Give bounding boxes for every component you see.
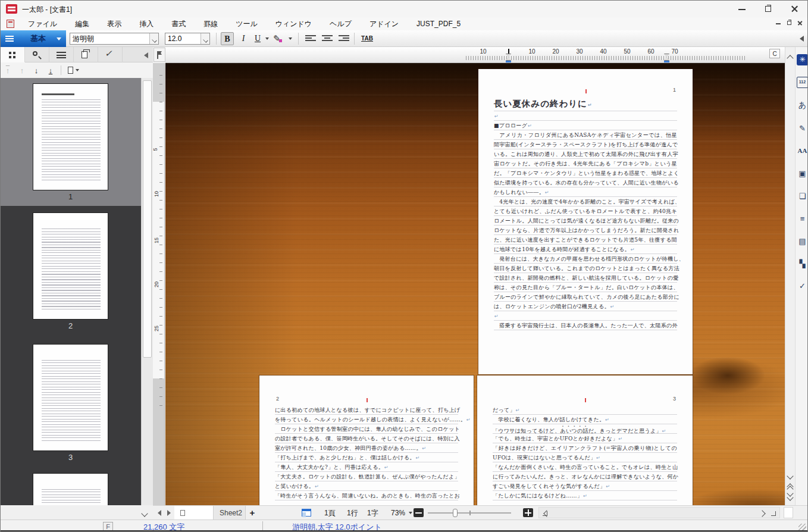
align-center-button[interactable] <box>322 35 333 42</box>
menu-item-2[interactable]: 編集 <box>66 17 98 30</box>
page-options-icon[interactable] <box>68 67 73 74</box>
text-line[interactable]: 学校に着くなり、隼人が話しかけてきた。↵ <box>493 415 677 424</box>
font-size-select[interactable]: 12.0 <box>165 33 210 45</box>
move-down-button[interactable]: ↓ <box>29 66 43 75</box>
text-line[interactable]: 室が許可された、10歳の少女、神田円香の姿がある……。↵ <box>275 443 458 453</box>
sheet-prev-icon[interactable] <box>158 510 161 516</box>
menu-item-6[interactable]: 罫線 <box>195 17 227 30</box>
thumbnail-scrollbar[interactable] <box>141 78 153 505</box>
text-line[interactable]: 発射台には、大きなカメの甲羅を思わせる楕円形状のロケットが待機し、 <box>494 254 677 264</box>
text-line[interactable]: だ。「プロキシマ・ケンタウリ」という恒星をまわる惑星で、地球とよく <box>494 168 677 178</box>
close-button[interactable] <box>781 1 807 17</box>
text-line[interactable]: に出る初めての地球人となる彼は、すでにコクピットに座って、打ち上げ <box>275 405 458 415</box>
doc-restore-button[interactable] <box>784 18 794 27</box>
text-line[interactable]: の設計者でもある、僕、笹岡時生がいる。そしてそのそばには、特別に入 <box>275 434 458 443</box>
menu-item-10[interactable]: アドイン <box>361 17 408 30</box>
zoom-in-button[interactable] <box>523 508 533 517</box>
copy-pages-icon[interactable]: ❏ <box>797 190 808 202</box>
panel-collapse-button[interactable] <box>144 52 148 58</box>
text-line[interactable]: ロメートル。人間にとっては気が遠くなるほど途方もない距離だ。従来の <box>494 216 677 226</box>
menu-item-5[interactable]: 書式 <box>162 17 195 30</box>
mode-selector[interactable]: 基本 <box>1 30 66 47</box>
zoom-slider-knob[interactable] <box>453 509 458 517</box>
restore-button[interactable] <box>755 1 781 17</box>
text-line[interactable]: アメリカ・フロリダ州にあるNASAケネディ宇宙センターでは、恒星 <box>494 130 677 140</box>
page-thumbnail-3[interactable] <box>33 345 108 450</box>
menu-item-7[interactable]: ツール <box>227 17 267 30</box>
font-dropdown-icon[interactable] <box>149 33 158 44</box>
panel-tab-pages[interactable] <box>74 47 98 62</box>
text-line[interactable]: た、光に近い速度を出すことができるロケットでも片道5年、往復する間 <box>494 235 677 245</box>
font-size-icon[interactable]: AA <box>797 145 808 157</box>
text-line[interactable]: ↵ <box>494 111 677 121</box>
text-line[interactable]: とても近いけれど、ふだん使っているキロメートルで表すと、約40兆キ <box>494 206 677 216</box>
text-line[interactable]: に行ってみたいんだ。きっと、オレなんかには理解できないような、何か <box>493 472 677 481</box>
menu-item-4[interactable]: 挿入 <box>130 17 162 30</box>
thumbnail-scrollbar-thumb[interactable] <box>143 80 152 358</box>
tab-settings-button[interactable]: TAB <box>359 32 375 45</box>
underline-button[interactable]: U <box>252 32 264 45</box>
scroll-up-icon[interactable] <box>785 52 795 61</box>
text-line[interactable]: で設計され、新開発の燃料と、新しい航法を採用している。ロケットの愛 <box>494 273 677 283</box>
text-line[interactable]: に地球では10年を越える時間が経過することになる。↵ <box>494 245 677 254</box>
doc-close-button[interactable] <box>795 18 805 27</box>
document-hscrollbar[interactable] <box>538 507 780 518</box>
text-line[interactable]: UFOは、現実にはないと思ってるんだ」↵ <box>493 453 677 462</box>
text-line[interactable]: を待っている。ヘルメットのシールド越しの表情は、よく見えないが……。↵ <box>275 415 458 424</box>
bold-button[interactable]: B <box>221 32 234 45</box>
panel-tab-proof[interactable]: ✓ <box>98 47 123 62</box>
zoom-dropdown-icon[interactable] <box>409 512 412 514</box>
menu-item-9[interactable]: ヘルプ <box>321 17 361 30</box>
text-line[interactable]: 「ウワサは知ってるけど、あいつの話だ。きっとデマだと思うよ」↵ <box>493 424 677 434</box>
move-first-button[interactable]: ↑ <box>1 66 15 75</box>
page-thumbnail-1[interactable] <box>33 84 108 190</box>
panel-tab-outline[interactable] <box>49 47 74 62</box>
date-stamp-icon[interactable]: 112 <box>797 77 808 88</box>
toolbar-collapse-icon[interactable] <box>800 36 804 42</box>
text-line[interactable]: かもしれない――。↵ <box>494 187 677 197</box>
document-page-3[interactable]: 3だって」↵ 学校に着くなり、隼人が話しかけてきた。↵「ウワサは知ってるけど、あ… <box>477 375 693 505</box>
text-line[interactable]: ブルーのラインで鮮やかに縁取られていて、カメの後ろ足にあたる部分に <box>494 292 677 302</box>
text-line[interactable]: ロケットと交信する管制室の中には、隼人の幼なじみで、このロケット <box>275 424 458 434</box>
text-line[interactable]: ↵ <box>494 311 677 321</box>
menu-item-1[interactable]: ファイル <box>19 17 66 30</box>
move-last-button[interactable]: ↓ <box>43 66 58 75</box>
document-page-1[interactable]: 1長い夏休みの終わりに↵↵■プロローグ↵ アメリカ・フロリダ州にあるNASAケネ… <box>478 69 693 374</box>
minimize-button[interactable] <box>729 1 755 17</box>
next-page-icon[interactable] <box>785 492 795 502</box>
zoom-slider[interactable] <box>428 512 511 514</box>
scroll-left-icon[interactable] <box>540 509 550 518</box>
kana-input-icon[interactable]: あ <box>797 99 808 111</box>
text-line[interactable]: ロケットなら、片道で万年以上はかかってしまうだろう。新たに開発され <box>494 226 677 235</box>
page-options-caret-icon[interactable] <box>76 69 79 71</box>
document-workspace[interactable]: 1長い夏休みの終わりに↵↵■プロローグ↵ アメリカ・フロリダ州にあるNASAケネ… <box>165 63 785 505</box>
outline-icon[interactable]: ≡ <box>797 213 808 224</box>
sheet-next-icon[interactable] <box>167 510 171 516</box>
photo-icon[interactable]: ▣ <box>797 168 808 179</box>
text-line[interactable]: と笑いかける。↵ <box>275 481 458 491</box>
italic-button[interactable]: I <box>237 32 249 45</box>
right-margin-marker[interactable] <box>664 54 669 61</box>
text-line[interactable]: だって」↵ <box>493 405 677 415</box>
pattern-icon[interactable]: ▚ <box>797 258 808 270</box>
text-line[interactable]: 似た環境を持っている。水の存在も分かっていて、人間に近い生物がいる <box>494 178 677 187</box>
text-line[interactable]: 「好きは好きだけど、エイリアンクラフト(=宇宙人の乗り物)としての <box>493 443 677 453</box>
size-dropdown-icon[interactable] <box>201 33 209 44</box>
panel-tab-search[interactable] <box>25 47 49 62</box>
text-line[interactable]: 「隼人、大丈夫かな?」と、円香は応える。↵ <box>275 462 458 472</box>
menu-item-11[interactable]: JUST_PDF_5 <box>408 17 469 30</box>
move-up-button[interactable]: ↑ <box>15 66 29 75</box>
just-flower-icon[interactable]: ✳ <box>797 54 808 65</box>
previous-page-icon[interactable] <box>785 480 795 490</box>
text-line[interactable]: ■プロローグ↵ <box>494 121 677 130</box>
panel-tab-thumbnails[interactable] <box>1 47 25 62</box>
page-thumbnail-2[interactable] <box>33 213 108 319</box>
thumbnail-scroll-down-icon[interactable] <box>140 508 149 518</box>
pen-icon[interactable]: ✎ <box>797 123 808 134</box>
menu-item-3[interactable]: 表示 <box>98 17 130 30</box>
text-line[interactable]: 「でも、時生は、宇宙とかUFOとか好きだよな」↵ <box>493 434 677 443</box>
zoom-out-button[interactable] <box>414 508 424 517</box>
text-line[interactable]: 宙ロケットだ。その行き先は、4光年先にある「プロキシマb」という星 <box>494 159 677 168</box>
document-page-2[interactable]: 2に出る初めての地球人となる彼は、すでにコクピットに座って、打ち上げを待っている… <box>259 375 474 505</box>
text-line[interactable]: 「なんだか面倒くさいな、時生の言っていること。でもオレは、時生と山 <box>493 462 677 472</box>
